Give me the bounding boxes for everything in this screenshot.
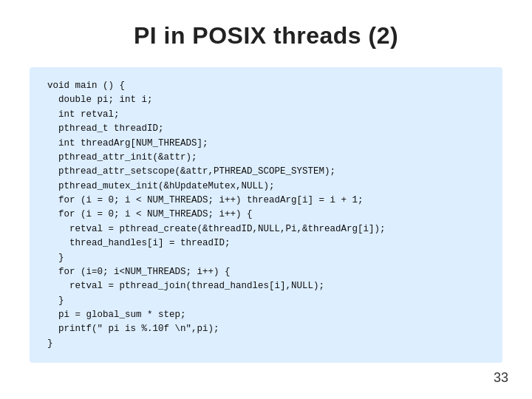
slide-title: PI in POSIX threads (2) xyxy=(30,22,502,50)
code-block: void main () { double pi; int i; int ret… xyxy=(30,67,502,363)
slide: PI in POSIX threads (2) void main () { d… xyxy=(0,0,532,399)
page-number: 33 xyxy=(494,370,508,386)
